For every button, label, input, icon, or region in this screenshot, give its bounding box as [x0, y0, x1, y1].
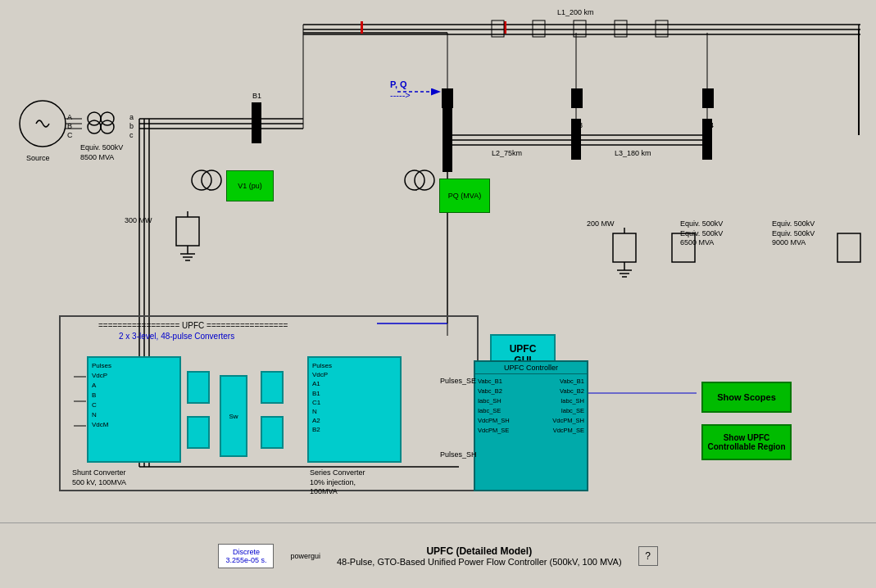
- cap-block-3: [261, 371, 284, 404]
- svg-rect-31: [176, 217, 199, 246]
- upfc-title: ================= UPFC =================: [98, 321, 288, 330]
- diagram-area: Source Equiv. 500kV8500 MVA P, Q -----> …: [0, 0, 876, 522]
- pulses-sh-label: Pulses_SH: [440, 450, 477, 459]
- source-a-label: A: [67, 113, 72, 121]
- bottom-bar: Discrete 3.255e-05 s. powergui UPFC (Det…: [0, 522, 876, 588]
- show-scopes-button[interactable]: Show Scopes: [701, 382, 792, 413]
- equiv-500kv-8500-label: Equiv. 500kV8500 MVA: [80, 143, 123, 162]
- source-c-label: C: [67, 131, 73, 139]
- equiv-500kv-6500-label: Equiv. 500kVEquiv. 500kV6500 MVA: [680, 219, 723, 248]
- shunt-pulses-label: Pulses: [92, 361, 176, 371]
- shunt-vdcm-label: VdcM: [92, 420, 176, 430]
- vdcpm-sh-in-label: VdcPM_SH: [478, 416, 510, 426]
- shunt-a-label: A: [92, 381, 176, 391]
- upfc-controller-block: UPFC Controller Vabc_B1 Vabc_B1 Vabc_B2 …: [474, 360, 588, 491]
- trans-b-label: b: [129, 122, 134, 130]
- iabc-sh-in-label: Iabc_SH: [478, 396, 502, 406]
- b4-label: B4: [705, 121, 714, 129]
- cap-block-4: [261, 416, 284, 449]
- upfc-controller-title: UPFC Controller: [475, 362, 587, 374]
- shunt-c-label: C: [92, 400, 176, 410]
- source-b-label: B: [67, 122, 72, 130]
- equiv-500kv-9000-label: Equiv. 500kVEquiv. 500kV9000 MVA: [772, 219, 815, 248]
- series-conv-label: Series Converter10% injection,100MVA: [310, 468, 365, 497]
- vdcpm-sh-out-label: VdcPM_SH: [552, 416, 584, 426]
- title-line2: 48-Pulse, GTO-Based Unified Power Flow C…: [337, 557, 622, 567]
- vabc-b1-out-label: Vabc_B1: [560, 377, 584, 387]
- show-scopes-label: Show Scopes: [717, 392, 776, 402]
- pq-mva-display: PQ (MVA): [439, 179, 490, 213]
- title-line1: UPFC (Detailed Model): [337, 545, 622, 557]
- pulses-se-label: Pulses_SE: [440, 377, 476, 385]
- shunt-converter-block: Pulses VdcP A B C N VdcM: [87, 356, 181, 463]
- powergui-discrete-label: Discrete: [225, 548, 266, 556]
- cap-block-1: [187, 371, 210, 404]
- vabc-b1-in-label: Vabc_B1: [478, 377, 502, 387]
- series-b1-label: B1: [312, 389, 397, 398]
- series-vdcp-label: VdcP: [312, 370, 397, 379]
- series-pulses-label: Pulses: [312, 361, 397, 370]
- series-b2-label: B2: [312, 425, 397, 434]
- vdcpm-se-out-label: VdcPM_SE: [553, 426, 584, 436]
- mw-300-label: 300 MW: [125, 216, 152, 224]
- trans-a-label: a: [129, 113, 134, 121]
- trans-c-label: c: [129, 131, 134, 139]
- iabc-se-in-label: Iabc_SE: [478, 406, 501, 416]
- svg-rect-37: [613, 233, 636, 262]
- diagram-title: UPFC (Detailed Model) 48-Pulse, GTO-Base…: [337, 545, 622, 567]
- sw-label: Sw: [229, 413, 238, 420]
- series-c1-label: C1: [312, 398, 397, 407]
- show-upfc-label: Show UPFCControllable Region: [708, 433, 786, 451]
- iabc-sh-out-label: Iabc_SH: [561, 396, 584, 406]
- b1-label: B1: [252, 92, 261, 100]
- series-n-label: N: [312, 407, 397, 416]
- svg-rect-56: [361, 21, 363, 34]
- shunt-n-label: N: [92, 410, 176, 420]
- svg-rect-68: [702, 88, 714, 108]
- powergui-box[interactable]: Discrete 3.255e-05 s.: [218, 544, 274, 568]
- l3-180km-label: L3_180 km: [615, 149, 651, 157]
- mw-200-label: 200 MW: [587, 219, 615, 228]
- svg-rect-17: [443, 102, 452, 172]
- svg-rect-64: [442, 88, 453, 108]
- svg-point-49: [88, 120, 101, 133]
- svg-point-50: [101, 120, 114, 133]
- vdcpm-se-in-label: VdcPM_SE: [478, 426, 509, 436]
- pq-label: P, Q: [390, 79, 407, 89]
- source-label: Source: [26, 154, 50, 162]
- v1-pu-display: V1 (pu): [226, 170, 274, 201]
- shunt-conv-label: Shunt Converter500 kV, 100MVA: [72, 468, 126, 487]
- pq-arrow: ----->: [390, 90, 411, 100]
- powergui-value: 3.255e-05 s.: [225, 556, 266, 564]
- svg-rect-66: [571, 88, 583, 108]
- sw-block: Sw: [220, 375, 247, 457]
- main-container: Source Equiv. 500kV8500 MVA P, Q -----> …: [0, 0, 876, 588]
- series-converter-block: Pulses VdcP A1 B1 C1 N A2 B2: [307, 356, 402, 463]
- upfc-subtitle: 2 x 3-level, 48-pulse Converters: [119, 332, 234, 341]
- shunt-vdcp-label: VdcP: [92, 371, 176, 381]
- shunt-b-label: B: [92, 391, 176, 400]
- l1-200km-label: L1_200 km: [557, 8, 594, 16]
- svg-rect-51: [837, 233, 860, 262]
- vabc-b2-in-label: Vabc_B2: [478, 387, 502, 396]
- svg-point-47: [88, 112, 101, 125]
- cap-block-2: [187, 416, 210, 449]
- svg-point-48: [101, 112, 114, 125]
- powergui-name: powergui: [290, 552, 320, 560]
- series-a2-label: A2: [312, 416, 397, 425]
- show-upfc-controllable-button[interactable]: Show UPFCControllable Region: [701, 424, 792, 460]
- iabc-se-out-label: Iabc_SE: [561, 406, 584, 416]
- vabc-b2-out-label: Vabc_B2: [560, 387, 584, 396]
- series-a1-label: A1: [312, 379, 397, 388]
- b2-label: B2: [443, 152, 452, 160]
- b3-label: B3: [574, 121, 583, 129]
- question-mark: ?: [645, 550, 651, 562]
- svg-rect-12: [252, 102, 261, 143]
- l2-75km-label: L2_75km: [492, 149, 522, 157]
- help-button[interactable]: ?: [638, 546, 658, 566]
